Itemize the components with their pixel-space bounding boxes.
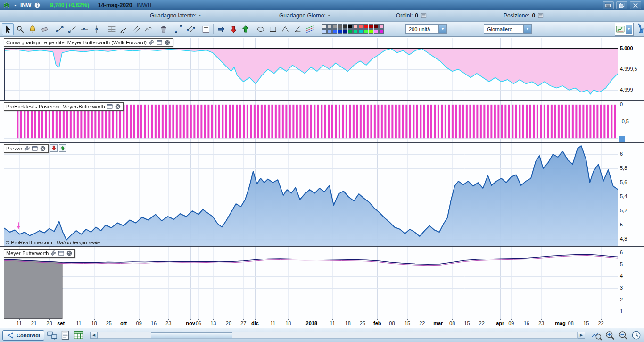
buy-marker-icon[interactable] bbox=[59, 144, 66, 152]
settings-wrench-icon[interactable] bbox=[24, 145, 30, 152]
color-swatch[interactable] bbox=[338, 29, 342, 34]
color-swatch[interactable] bbox=[343, 29, 347, 34]
price-panel-tab[interactable]: Prezzo bbox=[4, 144, 49, 153]
scroll-right-button[interactable]: ▶ bbox=[578, 332, 585, 339]
text-tool[interactable] bbox=[200, 23, 212, 35]
panel-divider[interactable] bbox=[0, 100, 644, 101]
triangle-tool[interactable] bbox=[279, 23, 291, 35]
positions-panel-tab[interactable]: ProBacktest - Posizioni: Meyer-Butterwor… bbox=[4, 102, 124, 111]
channel-tool[interactable] bbox=[130, 23, 142, 35]
color-swatch[interactable] bbox=[369, 29, 373, 34]
panel-divider[interactable] bbox=[0, 246, 644, 247]
alarm-tool[interactable] bbox=[26, 23, 38, 35]
ray-tool[interactable] bbox=[66, 23, 78, 35]
scrollbar-track[interactable] bbox=[98, 332, 578, 339]
color-swatch[interactable] bbox=[343, 24, 347, 29]
color-swatch[interactable] bbox=[322, 29, 327, 34]
arrow-down-tool[interactable] bbox=[227, 23, 239, 35]
units-dropdown-arrow[interactable]: ▼ bbox=[438, 25, 446, 33]
multi-lines-tool[interactable] bbox=[304, 23, 315, 35]
color-swatch[interactable] bbox=[327, 24, 332, 29]
timeframe-dropdown[interactable]: Giornaliero ▼ bbox=[484, 24, 532, 34]
units-dropdown[interactable]: 200 unità ▼ bbox=[405, 24, 447, 34]
scrollbar-thumb[interactable] bbox=[151, 332, 232, 338]
chart-style-caret[interactable]: ▼ bbox=[626, 25, 632, 34]
color-swatch[interactable] bbox=[379, 24, 384, 29]
market-table-icon[interactable] bbox=[73, 330, 84, 341]
orders-list-icon[interactable] bbox=[537, 12, 544, 19]
detach-window-icon[interactable] bbox=[107, 103, 113, 110]
indicator-panel-tab[interactable]: Meyer-Butterworth bbox=[4, 249, 75, 258]
color-swatch[interactable] bbox=[374, 24, 379, 29]
settings-wrench-icon[interactable] bbox=[50, 250, 57, 257]
color-swatch[interactable] bbox=[332, 29, 337, 34]
trendline-tool[interactable] bbox=[54, 23, 66, 35]
detach-window-icon[interactable] bbox=[58, 250, 65, 257]
color-swatch[interactable] bbox=[348, 24, 353, 29]
orders-list-icon[interactable] bbox=[421, 12, 427, 19]
panel-scroll-arrow[interactable] bbox=[637, 23, 644, 35]
vertical-line-tool[interactable] bbox=[91, 23, 102, 35]
angle-tool[interactable] bbox=[291, 23, 303, 35]
keyboard-shortcuts-button[interactable] bbox=[603, 1, 614, 9]
info-icon[interactable] bbox=[33, 1, 41, 9]
color-swatch[interactable] bbox=[327, 29, 332, 34]
detach-window-icon[interactable] bbox=[156, 39, 163, 46]
fibonacci-tool[interactable] bbox=[106, 23, 117, 35]
zoom-in-icon[interactable] bbox=[604, 330, 615, 341]
equity-curve-chart[interactable] bbox=[4, 38, 618, 100]
close-panel-icon[interactable] bbox=[40, 145, 46, 152]
color-swatch[interactable] bbox=[353, 24, 358, 29]
close-panel-icon[interactable] bbox=[164, 39, 171, 46]
equity-panel-tab[interactable]: Curva guadagni e perdite: Meyer-Butterwo… bbox=[4, 38, 173, 47]
eraser-tool[interactable] bbox=[39, 23, 50, 35]
horizontal-line-tool[interactable] bbox=[78, 23, 90, 35]
sell-marker-icon[interactable] bbox=[50, 144, 58, 152]
price-chart[interactable] bbox=[4, 143, 618, 246]
cross-lines-tool[interactable] bbox=[173, 23, 184, 35]
color-swatch[interactable] bbox=[338, 24, 342, 29]
rectangle-tool[interactable] bbox=[267, 23, 279, 35]
chart-zoom-icon[interactable] bbox=[591, 330, 602, 341]
close-panel-icon[interactable] bbox=[115, 103, 121, 110]
history-clock-icon[interactable] bbox=[631, 330, 642, 341]
zoom-out-icon[interactable] bbox=[618, 330, 628, 341]
settings-wrench-icon[interactable] bbox=[148, 39, 155, 46]
panel-divider[interactable] bbox=[0, 142, 644, 143]
ellipse-tool[interactable] bbox=[255, 23, 266, 35]
color-swatch[interactable] bbox=[322, 24, 327, 29]
order-report-icon[interactable] bbox=[60, 330, 71, 341]
color-swatch[interactable] bbox=[358, 24, 363, 29]
parallel-lines-tool[interactable] bbox=[185, 23, 197, 35]
chart-style-button[interactable]: ▼ bbox=[615, 23, 634, 36]
pitchfork-tool[interactable] bbox=[118, 23, 130, 35]
timeframe-dropdown-arrow[interactable]: ▼ bbox=[523, 25, 531, 33]
delete-drawings-tool[interactable] bbox=[157, 23, 169, 35]
color-swatch[interactable] bbox=[374, 29, 379, 34]
zigzag-tool[interactable] bbox=[142, 23, 154, 35]
color-swatch[interactable] bbox=[353, 29, 358, 34]
panel-resize-handle[interactable] bbox=[619, 136, 625, 142]
time-scrollbar[interactable]: ◀ ▶ bbox=[90, 332, 585, 339]
color-palette[interactable] bbox=[322, 24, 384, 34]
color-swatch[interactable] bbox=[369, 24, 373, 29]
zoom-tool[interactable] bbox=[14, 23, 26, 35]
color-swatch[interactable] bbox=[363, 29, 368, 34]
share-button[interactable]: Condividi bbox=[2, 330, 44, 341]
instrument-dropdown-caret[interactable] bbox=[13, 3, 18, 8]
pointer-tool[interactable] bbox=[2, 23, 14, 35]
color-swatch[interactable] bbox=[363, 24, 368, 29]
arrow-up-tool[interactable] bbox=[239, 23, 251, 35]
close-window-button[interactable] bbox=[630, 1, 641, 9]
scroll-left-button[interactable]: ◀ bbox=[90, 332, 98, 339]
color-swatch[interactable] bbox=[348, 29, 353, 34]
arrow-right-tool[interactable] bbox=[215, 23, 227, 35]
linked-windows-icon[interactable] bbox=[47, 330, 58, 341]
color-swatch[interactable] bbox=[358, 29, 363, 34]
indicator-chart[interactable] bbox=[4, 247, 618, 319]
close-panel-icon[interactable] bbox=[66, 250, 73, 257]
detach-window-icon[interactable] bbox=[32, 145, 38, 152]
restore-window-button[interactable] bbox=[616, 1, 627, 9]
color-swatch[interactable] bbox=[332, 24, 337, 29]
color-swatch[interactable] bbox=[379, 29, 384, 34]
